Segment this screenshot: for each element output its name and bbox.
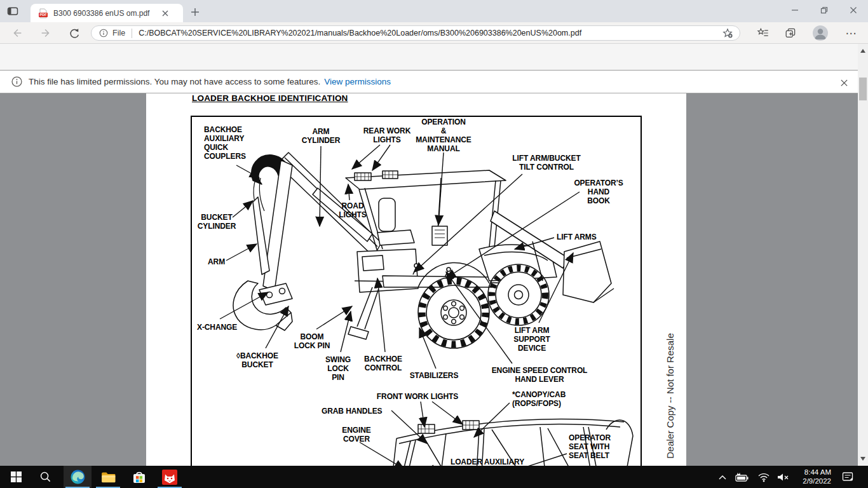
scrollbar-thumb[interactable] [859, 78, 867, 100]
diagram-label: BACKHOE AUXILIARY QUICK COUPLERS [204, 125, 246, 161]
pdf-favicon-icon: PDF [38, 8, 48, 18]
browser-tab[interactable]: PDF B300 6903386 enUS om.pdf [31, 4, 183, 22]
diagram-label: REAR WORK LIGHTS [363, 126, 410, 144]
tab-strip: PDF B300 6903386 enUS om.pdf [0, 0, 868, 22]
diagram-label: SWING LOCK PIN [325, 355, 351, 382]
site-info-icon[interactable] [99, 29, 108, 37]
taskbar-search-icon[interactable] [31, 466, 60, 488]
tab-actions-menu-icon[interactable] [5, 4, 20, 18]
new-tab-button[interactable] [187, 5, 203, 19]
scroll-up-icon[interactable] [860, 49, 865, 53]
diagram-label: ROAD LIGHTS [339, 201, 366, 219]
pdf-viewport[interactable]: LOADER BACKHOE IDENTIFICATION [0, 93, 858, 466]
start-button[interactable] [1, 466, 31, 488]
url-scheme-label: File [112, 29, 125, 37]
diagram-label: GRAB HANDLES [322, 407, 382, 416]
action-center-icon[interactable] [837, 466, 858, 488]
screen: PDF B300 6903386 enUS om.pdf [0, 0, 868, 488]
navigation-bar: File C:/BOBCAT%20SERVICE%20LIBRARY%20202… [0, 22, 868, 44]
info-icon [11, 76, 22, 87]
view-permissions-link[interactable]: View permissions [324, 77, 391, 86]
diagram-label: BUCKET CYLINDER [198, 213, 236, 231]
diagram-label: LIFT ARMS [557, 233, 597, 241]
taskbar-file-explorer-icon[interactable] [94, 466, 122, 488]
tray-volume-muted-icon[interactable] [774, 466, 792, 488]
scroll-down-icon[interactable] [860, 457, 865, 461]
tray-battery-icon[interactable] [733, 466, 751, 488]
diagram-label: ARM [208, 257, 225, 266]
diagram-label: LIFT ARM/BUCKET TILT CONTROL [512, 154, 580, 172]
taskbar-edge-icon[interactable] [64, 466, 92, 488]
window-close-button[interactable] [839, 0, 868, 20]
document-heading: LOADER BACKHOE IDENTIFICATION [192, 93, 348, 103]
favorites-bar-icon[interactable] [756, 26, 771, 40]
diagram-label: OPERATOR’S HAND BOOK [574, 179, 623, 205]
address-divider [132, 29, 132, 38]
window-minimize-button[interactable] [780, 0, 810, 20]
clock-date: 2/9/2022 [792, 477, 831, 485]
diagram-label: BACKHOE CONTROL [364, 355, 402, 372]
svg-text:PDF: PDF [40, 13, 48, 17]
diagram-label: X-CHANGE [197, 323, 237, 332]
permissions-notification-bar: This file has limited permissions. You m… [0, 71, 858, 93]
tray-wifi-icon[interactable] [755, 466, 773, 488]
vertical-scrollbar[interactable] [858, 44, 868, 466]
watermark-text: Dealer Copy -- Not for Resale [665, 329, 677, 463]
notification-message: This file has limited permissions. You m… [29, 77, 320, 86]
tab-close-icon[interactable] [160, 8, 170, 18]
diagram-label: STABILIZERS [410, 371, 459, 380]
diagram-label: OPERATOR SEAT WITH SEAT BELT [569, 433, 611, 460]
diagram-label: ENGINE SPEED CONTROL HAND LEVER [492, 366, 588, 384]
pdf-toolbar: of 150 − + A [0, 44, 858, 71]
forward-icon[interactable] [37, 25, 54, 41]
clock-time: 8:44 AM [792, 468, 831, 477]
refresh-icon[interactable] [65, 25, 82, 41]
taskbar-store-icon[interactable] [125, 466, 153, 488]
url-text[interactable]: C:/BOBCAT%20SERVICE%20LIBRARY%202021/man… [139, 29, 722, 37]
taskbar: 8:44 AM 2/9/2022 [0, 466, 868, 488]
settings-more-icon[interactable]: ⋯ [843, 26, 859, 40]
taskbar-clock[interactable]: 8:44 AM 2/9/2022 [792, 468, 831, 487]
diagram-label: *CANOPY/CAB (ROPS/FOPS) [512, 390, 566, 408]
tab-title: B300 6903386 enUS om.pdf [53, 9, 160, 18]
diagram-label: OPERATION & MAINTENANCE MANUAL [416, 118, 471, 153]
notification-close-icon[interactable] [837, 76, 850, 89]
collections-icon[interactable] [783, 26, 798, 40]
taskbar-bobcat-app-icon[interactable] [156, 466, 184, 488]
diagram-label: ENGINE COVER [342, 426, 370, 444]
identification-figure: BACKHOE AUXILIARY QUICK COUPLERSARM CYLI… [191, 116, 642, 466]
profile-avatar[interactable] [813, 25, 828, 41]
diagram-label: LOADER AUXILIARY [451, 458, 524, 466]
back-icon[interactable] [9, 25, 25, 41]
diagram-label: ARM CYLINDER [302, 127, 341, 145]
diagram-label: BOOM LOCK PIN [294, 332, 330, 350]
diagram-label: ◊BACKHOE BUCKET [236, 351, 278, 369]
pdf-page: LOADER BACKHOE IDENTIFICATION [146, 93, 686, 466]
address-bar[interactable]: File C:/BOBCAT%20SERVICE%20LIBRARY%20202… [91, 25, 740, 41]
tray-hidden-icons-chevron-icon[interactable] [714, 466, 731, 488]
add-favorite-icon[interactable] [722, 27, 733, 39]
diagram-label: LIFT ARM SUPPORT DEVICE [513, 326, 550, 353]
diagram-label: FRONT WORK LIGHTS [377, 392, 458, 401]
window-restore-button[interactable] [810, 0, 839, 20]
